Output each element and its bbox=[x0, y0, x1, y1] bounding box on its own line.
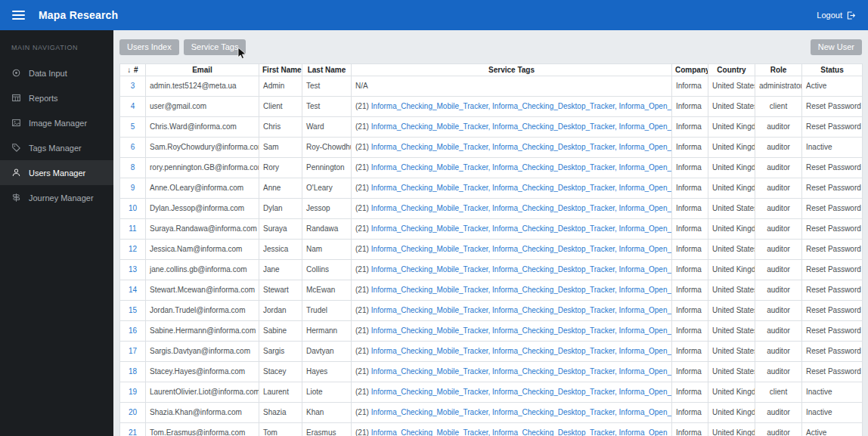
last-name-cell: Khan bbox=[302, 403, 352, 423]
service-tags-links[interactable]: Informa_Checking_Mobile_Tracker, Informa… bbox=[371, 265, 672, 274]
table-row[interactable]: 6 Sam.RoyChowdury@informa.com Sam Roy-Ch… bbox=[120, 138, 863, 158]
row-id-link[interactable]: 3 bbox=[131, 82, 135, 90]
service-tags-links[interactable]: Informa_Checking_Mobile_Tracker, Informa… bbox=[371, 224, 672, 233]
row-id-link[interactable]: 10 bbox=[129, 204, 137, 212]
table-row[interactable]: 21 Tom.Erasmus@informa.com Tom Erasmus (… bbox=[120, 423, 863, 436]
service-tags-links[interactable]: Informa_Checking_Mobile_Tracker, Informa… bbox=[371, 306, 672, 314]
table-row[interactable]: 8 rory.pennington.GB@informa.com Rory Pe… bbox=[120, 158, 863, 178]
column-header-status[interactable]: Status bbox=[802, 64, 863, 76]
email-cell: Tom.Erasmus@informa.com bbox=[146, 423, 259, 436]
column-header-country[interactable]: Country bbox=[708, 64, 755, 76]
row-id-link[interactable]: 19 bbox=[129, 388, 137, 396]
first-name-cell: Stewart bbox=[259, 280, 302, 301]
sidebar-item-data-input[interactable]: Data Input bbox=[0, 60, 113, 85]
table-row[interactable]: 14 Stewart.Mcewan@informa.com Stewart Mc… bbox=[120, 280, 863, 301]
row-id-link[interactable]: 14 bbox=[129, 286, 137, 294]
row-id-link[interactable]: 15 bbox=[129, 306, 137, 314]
service-tags-links[interactable]: Informa_Checking_Mobile_Tracker, Informa… bbox=[371, 245, 672, 253]
service-tags-cell: (21)Informa_Checking_Mobile_Tracker, Inf… bbox=[352, 178, 672, 199]
service-tags-links[interactable]: Informa_Checking_Mobile_Tracker, Informa… bbox=[371, 367, 672, 376]
service-tags-links[interactable]: Informa_Checking_Mobile_Tracker, Informa… bbox=[371, 388, 672, 396]
service-tags-links[interactable]: Informa_Checking_Mobile_Tracker, Informa… bbox=[371, 286, 672, 294]
logout-button[interactable]: Logout bbox=[817, 11, 856, 20]
row-id-link[interactable]: 16 bbox=[129, 326, 137, 335]
column-header-first-name[interactable]: First Name bbox=[259, 64, 302, 76]
table-row[interactable]: 17 Sargis.Davtyan@informa.com Sargis Dav… bbox=[120, 342, 863, 362]
table-row[interactable]: 11 Suraya.Randawa@informa.com Suraya Ran… bbox=[120, 219, 863, 240]
service-tags-cell: (21)Informa_Checking_Mobile_Tracker, Inf… bbox=[352, 117, 672, 138]
table-row[interactable]: 16 Sabine.Hermann@informa.com Sabine Her… bbox=[120, 321, 863, 342]
row-id-cell: 10 bbox=[120, 199, 146, 219]
row-id-link[interactable]: 5 bbox=[131, 122, 135, 131]
service-tags-links[interactable]: Informa_Checking_Mobile_Tracker, Informa… bbox=[371, 184, 672, 192]
new-user-button[interactable]: New User bbox=[811, 39, 862, 55]
row-id-link[interactable]: 4 bbox=[131, 102, 135, 110]
table-row[interactable]: 10 Dylan.Jessop@informa.com Dylan Jessop… bbox=[120, 199, 863, 219]
role-cell: auditor bbox=[755, 219, 802, 240]
table-row[interactable]: 19 LaurentOlivier.Liot@informa.com Laure… bbox=[120, 382, 863, 403]
service-tags-links[interactable]: Informa_Checking_Mobile_Tracker, Informa… bbox=[371, 163, 672, 172]
table-row[interactable]: 20 Shazia.Khan@informa.com Shazia Khan (… bbox=[120, 403, 863, 423]
service-tags-button[interactable]: Service Tags bbox=[184, 39, 246, 55]
first-name-cell: Jordan bbox=[259, 301, 302, 321]
last-name-cell: Test bbox=[302, 76, 352, 97]
hamburger-menu-icon[interactable] bbox=[12, 11, 25, 20]
first-name-cell: Chris bbox=[259, 117, 302, 138]
row-id-cell: 18 bbox=[120, 362, 146, 382]
table-row[interactable]: 3 admin.test5124@meta.ua Admin Test N/A … bbox=[120, 76, 863, 97]
role-cell: auditor bbox=[755, 403, 802, 423]
role-cell: auditor bbox=[755, 117, 802, 138]
column-header-role[interactable]: Role bbox=[755, 64, 802, 76]
first-name-cell: Sam bbox=[259, 138, 302, 158]
row-id-link[interactable]: 20 bbox=[129, 408, 137, 416]
service-tags-links[interactable]: Informa_Checking_Mobile_Tracker, Informa… bbox=[371, 347, 672, 355]
role-cell: auditor bbox=[755, 362, 802, 382]
row-id-link[interactable]: 21 bbox=[129, 428, 137, 436]
first-name-cell: Suraya bbox=[259, 219, 302, 240]
service-tags-links[interactable]: Informa_Checking_Mobile_Tracker, Informa… bbox=[371, 122, 672, 131]
service-tags-links[interactable]: Informa_Checking_Mobile_Tracker, Informa… bbox=[371, 102, 672, 110]
service-tags-links[interactable]: Informa_Checking_Mobile_Tracker, Informa… bbox=[371, 204, 672, 212]
row-id-link[interactable]: 18 bbox=[129, 367, 137, 376]
table-row[interactable]: 4 user@gmail.com Client Test (21)Informa… bbox=[120, 97, 863, 117]
country-cell: United States bbox=[708, 280, 755, 301]
table-row[interactable]: 15 Jordan.Trudel@informa.com Jordan Trud… bbox=[120, 301, 863, 321]
app-title: Mapa Research bbox=[39, 9, 118, 21]
service-tags-links[interactable]: Informa_Checking_Mobile_Tracker, Informa… bbox=[371, 428, 672, 436]
table-row[interactable]: 12 Jessica.Nam@informa.com Jessica Nam (… bbox=[120, 240, 863, 260]
row-id-link[interactable]: 13 bbox=[129, 265, 137, 274]
last-name-cell: Pennington bbox=[302, 158, 352, 178]
row-id-link[interactable]: 12 bbox=[129, 245, 137, 253]
column-header-service-tags[interactable]: Service Tags bbox=[352, 64, 672, 76]
sidebar-item-image-manager[interactable]: Image Manager bbox=[0, 110, 113, 135]
row-id-link[interactable]: 17 bbox=[129, 347, 137, 355]
column-header-email[interactable]: Email bbox=[146, 64, 259, 76]
service-tags-count: (21) bbox=[355, 326, 369, 335]
row-id-link[interactable]: 8 bbox=[131, 163, 135, 172]
service-tags-cell: N/A bbox=[352, 76, 672, 97]
image-manager-icon bbox=[11, 118, 21, 128]
service-tags-links[interactable]: Informa_Checking_Mobile_Tracker, Informa… bbox=[371, 326, 672, 335]
column-header-company[interactable]: Company bbox=[672, 64, 708, 76]
service-tags-count: (21) bbox=[355, 184, 369, 192]
row-id-link[interactable]: 9 bbox=[131, 184, 135, 192]
sidebar-item-journey-manager[interactable]: Journey Manager bbox=[0, 185, 113, 210]
table-row[interactable]: 18 Stacey.Hayes@informa.com Stacey Hayes… bbox=[120, 362, 863, 382]
sidebar-item-users-manager[interactable]: Users Manager bbox=[0, 160, 113, 185]
service-tags-count: (21) bbox=[355, 204, 369, 212]
service-tags-cell: (21)Informa_Checking_Mobile_Tracker, Inf… bbox=[352, 219, 672, 240]
row-id-cell: 17 bbox=[120, 342, 146, 362]
sidebar-item-tags-manager[interactable]: Tags Manager bbox=[0, 135, 113, 160]
service-tags-links[interactable]: Informa_Checking_Mobile_Tracker, Informa… bbox=[371, 408, 672, 416]
table-row[interactable]: 13 jane.collins.gb@informa.com Jane Coll… bbox=[120, 260, 863, 280]
users-index-button[interactable]: Users Index bbox=[119, 39, 179, 55]
row-id-link[interactable]: 11 bbox=[129, 224, 136, 233]
service-tags-links[interactable]: Informa_Checking_Mobile_Tracker, Informa… bbox=[371, 143, 672, 151]
sidebar-item-reports[interactable]: Reports bbox=[0, 85, 113, 110]
table-row[interactable]: 5 Chris.Ward@informa.com Chris Ward (21)… bbox=[120, 117, 863, 138]
column-header-last-name[interactable]: Last Name bbox=[302, 64, 352, 76]
row-id-link[interactable]: 6 bbox=[131, 143, 135, 151]
column-header-id[interactable]: ↓ # bbox=[120, 64, 146, 76]
country-cell: United Kingdom bbox=[708, 382, 755, 403]
table-row[interactable]: 9 Anne.OLeary@informa.com Anne O'Leary (… bbox=[120, 178, 863, 199]
